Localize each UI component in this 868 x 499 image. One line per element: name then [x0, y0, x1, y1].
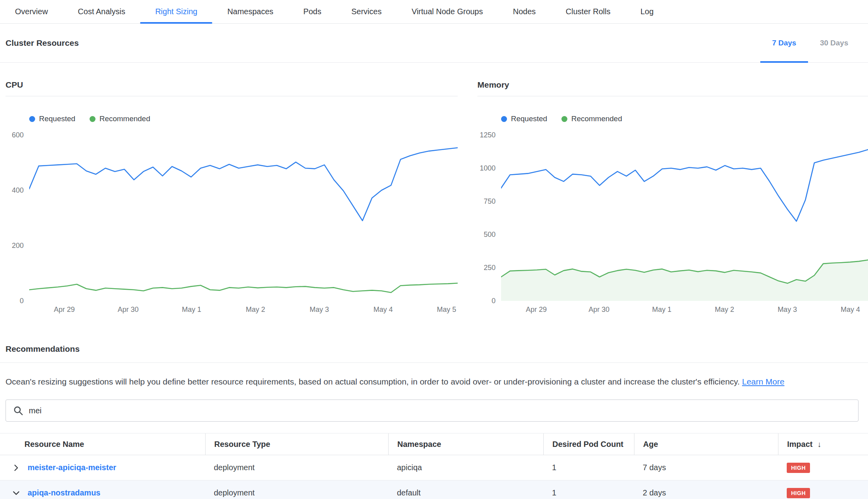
resource-name-cell: meister-apiciqa-meister	[0, 461, 205, 475]
memory-chart-title: Memory	[477, 80, 868, 96]
tab-services[interactable]: Services	[336, 0, 397, 23]
y-tick-label: 1000	[480, 164, 496, 173]
cluster-resources-header: Cluster Resources 7 Days 30 Days	[0, 24, 868, 63]
range-30-days[interactable]: 30 Days	[808, 24, 860, 62]
search-input[interactable]	[29, 406, 851, 415]
x-tick-label: May 1	[182, 306, 201, 314]
y-tick-label: 600	[12, 131, 24, 139]
y-tick-label: 0	[20, 297, 24, 305]
search-box	[6, 400, 859, 422]
recommended-dot-icon	[90, 116, 95, 122]
cpu-y-axis: 6004002000	[6, 135, 29, 301]
tab-cluster-rolls[interactable]: Cluster Rolls	[551, 0, 625, 23]
resource-name-cell: apiqa-nostradamus	[0, 486, 205, 499]
col-impact-label: Impact	[787, 440, 812, 449]
x-tick-label: May 4	[841, 306, 860, 314]
tab-virtual-node-groups[interactable]: Virtual Node Groups	[397, 0, 498, 23]
cpu-plot-area	[29, 135, 458, 301]
memory-y-axis: 125010007505002500	[477, 135, 501, 301]
cpu-chart-body: 6004002000	[6, 135, 458, 301]
legend-recommended-label: Recommended	[571, 114, 622, 123]
x-tick-label: May 1	[652, 306, 672, 314]
chart-canvas	[501, 135, 868, 301]
impact-cell: HIGH	[778, 488, 868, 498]
expand-row-button[interactable]	[9, 461, 23, 475]
memory-chart: Memory Requested Recommended 12501000750…	[477, 80, 868, 317]
col-resource-type[interactable]: Resource Type	[205, 433, 388, 455]
pod-count-cell: 1	[543, 463, 634, 472]
y-tick-label: 750	[484, 197, 496, 206]
pod-count-cell: 1	[543, 488, 634, 497]
tab-overview[interactable]: Overview	[0, 0, 63, 23]
col-impact[interactable]: Impact ↓	[778, 433, 868, 455]
x-tick-label: Apr 30	[589, 306, 610, 314]
namespace-cell: default	[388, 488, 543, 497]
collapse-row-button[interactable]	[9, 486, 23, 499]
tab-namespaces[interactable]: Namespaces	[212, 0, 288, 23]
table-row: meister-apiciqa-meister deployment apici…	[0, 455, 868, 480]
tab-log[interactable]: Log	[625, 0, 668, 23]
requested-dot-icon	[29, 116, 35, 122]
tab-pods[interactable]: Pods	[288, 0, 337, 23]
resource-name-link[interactable]: meister-apiciqa-meister	[28, 463, 116, 472]
impact-badge: HIGH	[787, 488, 810, 498]
cluster-resources-title: Cluster Resources	[6, 38, 79, 48]
cpu-chart-title: CPU	[6, 80, 458, 96]
cpu-x-axis: Apr 29Apr 30May 1May 2May 3May 4May 5	[29, 301, 458, 317]
resource-type-cell: deployment	[205, 463, 388, 472]
col-resource-name[interactable]: Resource Name	[0, 433, 205, 455]
memory-chart-legend: Requested Recommended	[501, 114, 868, 123]
requested-line	[29, 148, 458, 221]
recommendations-description-text: Ocean's resizing suggestions will help y…	[6, 377, 740, 386]
recommended-dot-icon	[561, 116, 567, 122]
x-tick-label: May 2	[715, 306, 734, 314]
namespace-cell: apiciqa	[388, 463, 543, 472]
x-tick-label: Apr 30	[118, 306, 138, 314]
legend-requested: Requested	[29, 114, 75, 123]
age-cell: 7 days	[634, 463, 778, 472]
y-tick-label: 500	[484, 231, 496, 239]
resource-type-cell: deployment	[205, 488, 388, 497]
chart-canvas	[29, 135, 458, 301]
legend-requested-label: Requested	[511, 114, 547, 123]
col-desired-pod-count[interactable]: Desired Pod Count	[543, 433, 634, 455]
requested-dot-icon	[501, 116, 507, 122]
memory-plot-area	[501, 135, 868, 301]
search-icon	[13, 405, 23, 416]
y-tick-label: 400	[12, 186, 24, 194]
x-tick-label: May 3	[310, 306, 329, 314]
y-tick-label: 0	[492, 297, 496, 305]
recommended-area	[501, 260, 868, 301]
resource-name-link[interactable]: apiqa-nostradamus	[28, 488, 100, 497]
age-cell: 2 days	[634, 488, 778, 497]
tab-nodes[interactable]: Nodes	[498, 0, 551, 23]
requested-line	[501, 150, 868, 221]
top-nav: Overview Cost Analysis Right Sizing Name…	[0, 0, 868, 24]
y-tick-label: 200	[12, 241, 24, 250]
x-tick-label: May 5	[437, 306, 456, 314]
impact-badge: HIGH	[787, 463, 810, 473]
cpu-chart: CPU Requested Recommended 6004002000 Apr…	[6, 80, 458, 317]
legend-requested-label: Requested	[39, 114, 75, 123]
learn-more-link[interactable]: Learn More	[742, 377, 784, 386]
recommendations-section: Recommendations Ocean's resizing suggest…	[0, 344, 868, 499]
charts-row: CPU Requested Recommended 6004002000 Apr…	[0, 80, 868, 317]
y-tick-label: 250	[484, 264, 496, 272]
sort-desc-icon[interactable]: ↓	[817, 440, 821, 449]
y-tick-label: 1250	[480, 131, 496, 139]
col-age[interactable]: Age	[634, 433, 778, 455]
tab-cost-analysis[interactable]: Cost Analysis	[63, 0, 140, 23]
table-header: Resource Name Resource Type Namespace De…	[0, 433, 868, 455]
recommended-line	[29, 283, 458, 293]
recommendations-title: Recommendations	[0, 344, 868, 363]
x-tick-label: Apr 29	[526, 306, 547, 314]
col-namespace[interactable]: Namespace	[388, 433, 543, 455]
impact-cell: HIGH	[778, 463, 868, 473]
tab-right-sizing[interactable]: Right Sizing	[140, 0, 212, 23]
legend-recommended: Recommended	[561, 114, 622, 123]
x-tick-label: May 3	[778, 306, 797, 314]
range-7-days[interactable]: 7 Days	[760, 24, 808, 62]
legend-recommended: Recommended	[90, 114, 150, 123]
range-toggles: 7 Days 30 Days	[760, 24, 860, 62]
memory-chart-body: 125010007505002500	[477, 135, 868, 301]
